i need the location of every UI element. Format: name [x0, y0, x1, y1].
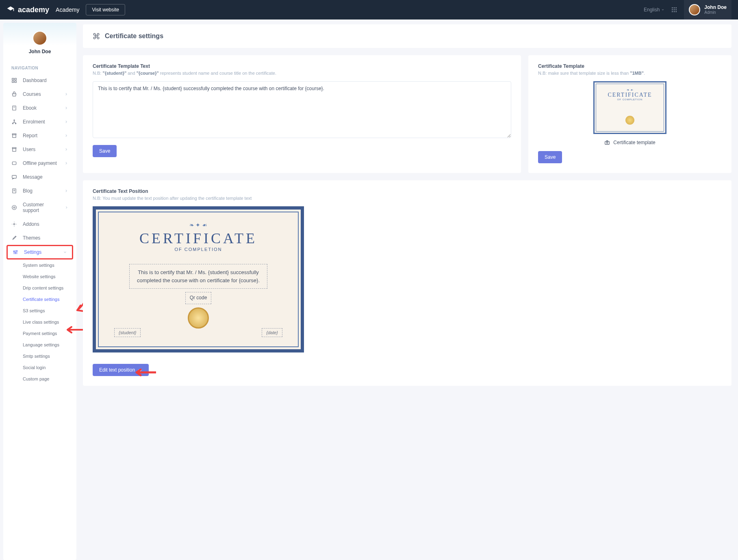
nav-label: Courses: [23, 91, 41, 97]
topbar-left: academy Academy Visit website: [7, 4, 125, 15]
puzzle-icon: [11, 221, 17, 227]
nav-item-users[interactable]: Users: [3, 143, 76, 156]
card-note: N.B: "{student}" and "{course}" represen…: [93, 71, 511, 76]
language-label: English: [644, 7, 660, 13]
certificate-template-card: Certificate Template N.B: make sure that…: [528, 55, 731, 173]
save-template-button[interactable]: Save: [538, 151, 562, 163]
subnav-live-class-settings[interactable]: Live class settings: [23, 316, 76, 328]
nav-item-settings[interactable]: Settings: [7, 245, 73, 259]
visit-website-button[interactable]: Visit website: [86, 4, 125, 15]
svg-point-40: [607, 142, 608, 144]
avatar: [689, 4, 700, 15]
seal-icon: [188, 307, 209, 329]
user-name: John Doe: [704, 4, 727, 10]
nav-label: Customer support: [23, 202, 59, 213]
topbar-right: English John Doe Admin: [644, 0, 731, 19]
wallet-icon: [11, 160, 17, 166]
logo[interactable]: academy: [7, 6, 49, 14]
nav-label: Settings: [24, 249, 41, 255]
date-placeholder-box[interactable]: {date}: [262, 328, 282, 337]
edit-text-position-button[interactable]: Edit text position: [93, 364, 149, 376]
support-icon: [11, 205, 17, 210]
cert-body-text-box[interactable]: This is to certify that Mr. / Ms. {stude…: [129, 264, 267, 289]
svg-rect-39: [605, 141, 610, 145]
subnav-language-settings[interactable]: Language settings: [23, 339, 76, 350]
svg-point-32: [13, 223, 15, 225]
nav-label: Addons: [23, 221, 39, 227]
nav-item-blog[interactable]: Blog: [3, 184, 76, 198]
svg-point-0: [672, 7, 673, 9]
upload-template-button[interactable]: Certificate template: [538, 140, 722, 145]
subnav-drip-content-settings[interactable]: Drip content settings: [23, 282, 76, 294]
nav-label: Ebook: [23, 105, 37, 111]
svg-point-15: [14, 120, 15, 121]
chevron-down-icon: [661, 8, 664, 11]
nav-item-customer-support[interactable]: Customer support: [3, 198, 76, 217]
card-title: Certificate Text Position: [93, 188, 722, 194]
nav-item-enrolment[interactable]: Enrolment: [3, 115, 76, 129]
apps-grid-icon[interactable]: [671, 6, 677, 13]
subnav-website-settings[interactable]: Website settings: [23, 271, 76, 282]
certificate-position-card: Certificate Text Position N.B: You must …: [83, 180, 731, 386]
subnav-smtp-settings[interactable]: Smtp settings: [23, 350, 76, 362]
user-info: John Doe Admin: [704, 4, 727, 15]
grid-icon: [11, 78, 17, 83]
seal-icon: [625, 116, 634, 125]
student-placeholder-box[interactable]: {student}: [114, 328, 141, 337]
sidebar-header: John Doe: [3, 23, 76, 61]
nav-item-courses[interactable]: Courses: [3, 87, 76, 101]
nav-label: Dashboard: [23, 78, 47, 83]
chevron-right-icon: [64, 92, 68, 96]
svg-point-2: [676, 7, 677, 9]
sliders-icon: [13, 249, 18, 255]
subnav-system-settings[interactable]: System settings: [23, 259, 76, 271]
svg-rect-10: [15, 78, 16, 80]
user-menu[interactable]: John Doe Admin: [684, 0, 731, 19]
svg-rect-13: [13, 106, 16, 110]
svg-point-36: [13, 251, 14, 252]
brand-name: Academy: [56, 6, 79, 13]
card-note: N.B: make sure that template size is les…: [538, 71, 722, 76]
chevron-right-icon: [64, 189, 68, 193]
certificate-text-textarea[interactable]: [93, 81, 511, 138]
nav-item-offline-payment[interactable]: Offline payment: [3, 156, 76, 170]
language-selector[interactable]: English: [644, 7, 664, 13]
cert-large-sub: OF COMPLETION: [174, 247, 222, 252]
cert-small-sub: OF COMPLETION: [617, 98, 643, 101]
command-icon: [93, 32, 100, 40]
ornament-icon: ❧ ✦ ☙: [189, 222, 208, 228]
subnav-s3-settings[interactable]: S3 settings: [23, 305, 76, 316]
chevron-right-icon: [64, 161, 68, 165]
save-text-button[interactable]: Save: [93, 145, 117, 157]
svg-rect-22: [13, 135, 16, 138]
subnav-payment-settings[interactable]: Payment settings: [23, 328, 76, 339]
camera-icon: [604, 140, 610, 145]
nav-label: Enrolment: [23, 119, 45, 125]
nav-item-addons[interactable]: Addons: [3, 217, 76, 231]
card-note: N.B: You must update the text position a…: [93, 196, 722, 201]
archive-icon: [11, 147, 17, 152]
subnav-custom-page[interactable]: Custom page: [23, 373, 76, 385]
svg-rect-9: [12, 78, 14, 80]
basket-icon: [11, 91, 17, 97]
nav-item-message[interactable]: Message: [3, 170, 76, 184]
topbar: academy Academy Visit website English Jo…: [0, 0, 738, 19]
svg-point-4: [674, 9, 675, 11]
brush-icon: [11, 235, 17, 241]
certificate-thumbnail: ❧ ☙ CERTIFICATE OF COMPLETION: [593, 81, 666, 134]
certificate-text-card: Certificate Template Text N.B: "{student…: [83, 55, 521, 173]
message-icon: [11, 174, 17, 180]
nav-label: Offline payment: [23, 160, 57, 166]
nav-item-report[interactable]: Report: [3, 129, 76, 143]
svg-rect-24: [13, 149, 16, 151]
nav-label: Message: [23, 174, 43, 180]
sidebar-username: John Doe: [3, 49, 76, 54]
cert-qr-box[interactable]: Qr code: [185, 292, 212, 304]
nav-item-dashboard[interactable]: Dashboard: [3, 74, 76, 87]
nav-item-ebook[interactable]: Ebook: [3, 101, 76, 115]
subnav-certificate-settings[interactable]: Certificate settings: [23, 294, 76, 305]
subnav-social-login[interactable]: Social login: [23, 362, 76, 373]
book-icon: [11, 105, 17, 111]
user-role: Admin: [704, 10, 727, 15]
nav-item-themes[interactable]: Themes: [3, 231, 76, 245]
